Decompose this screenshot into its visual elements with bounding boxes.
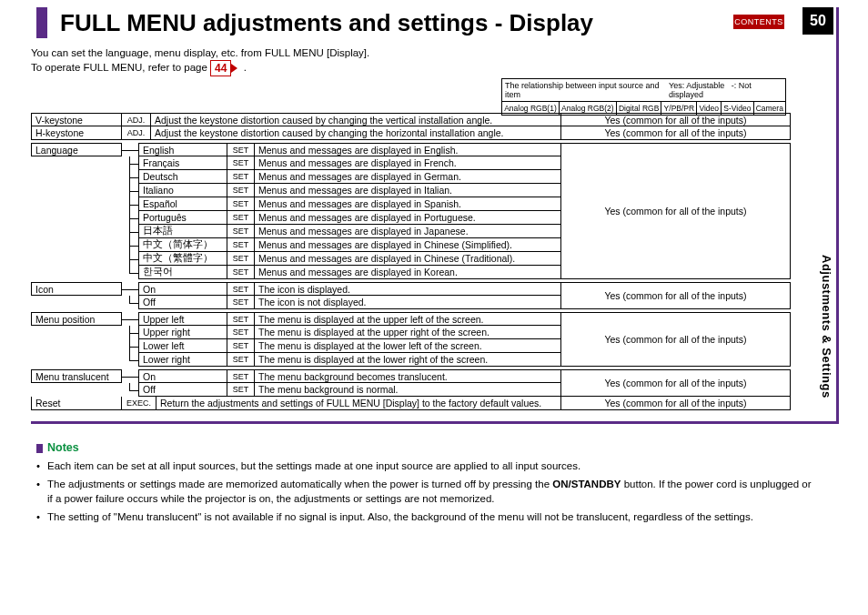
item-name: Icon bbox=[31, 282, 122, 296]
option-row: Menu positionUpper leftSETThe menu is di… bbox=[31, 312, 561, 326]
option-desc: Menus and messages are displayed in Fren… bbox=[255, 156, 561, 170]
option-desc: The menu is displayed at the lower right… bbox=[255, 353, 561, 367]
option-desc: Menus and messages are displayed in Engl… bbox=[255, 143, 561, 156]
option-desc: Menus and messages are displayed in Ital… bbox=[255, 184, 561, 197]
tree-connector bbox=[122, 282, 138, 296]
item-name: Menu position bbox=[31, 312, 122, 326]
option-desc: Menus and messages are displayed in Kore… bbox=[255, 266, 561, 279]
option-tag: SET bbox=[227, 170, 255, 184]
option-row: Menu translucentOnSETThe menu background… bbox=[31, 369, 561, 383]
row-v-keystone: V-keystone ADJ. Adjust the keystone dist… bbox=[31, 113, 791, 126]
option-tag: SET bbox=[227, 326, 255, 339]
option-desc: The menu is displayed at the upper right… bbox=[255, 326, 561, 339]
option-row: 日本語SETMenus and messages are displayed i… bbox=[31, 225, 561, 238]
row-language: LanguageEnglishSETMenus and messages are… bbox=[31, 143, 791, 279]
option-row: 한국어SETMenus and messages are displayed i… bbox=[31, 266, 561, 279]
option-tag: SET bbox=[227, 252, 255, 266]
option-desc: The menu background is normal. bbox=[255, 383, 561, 397]
item-tag: ADJ. bbox=[122, 126, 151, 140]
option-row: LanguageEnglishSETMenus and messages are… bbox=[31, 143, 561, 156]
option-label: 한국어 bbox=[138, 266, 227, 279]
option-desc: Menus and messages are displayed in Germ… bbox=[255, 170, 561, 184]
option-tag: SET bbox=[227, 296, 255, 309]
option-label: Upper left bbox=[138, 312, 227, 326]
option-label: 中文（简体字） bbox=[138, 238, 227, 252]
intro-line-1: You can set the language, menu display, … bbox=[31, 45, 369, 60]
notes-section: Notes • Each item can be set at all inpu… bbox=[36, 440, 813, 528]
option-desc: Menus and messages are displayed in Chin… bbox=[255, 252, 561, 266]
item-name: Language bbox=[31, 143, 122, 156]
item-inputs: Yes (common for all of the inputs) bbox=[561, 143, 791, 279]
option-tag: SET bbox=[227, 266, 255, 279]
page-header: FULL MENU adjustments and settings - Dis… bbox=[36, 7, 786, 38]
option-tag: SET bbox=[227, 353, 255, 367]
note-item: • Each item can be set at all input sour… bbox=[36, 459, 813, 473]
note-item: • The setting of "Menu translucent" is n… bbox=[36, 509, 813, 524]
tree-connector bbox=[122, 252, 138, 266]
option-tag: SET bbox=[227, 211, 255, 225]
option-tag: SET bbox=[227, 383, 255, 397]
tree-connector bbox=[122, 225, 138, 238]
tree-connector bbox=[122, 339, 138, 353]
option-label: Off bbox=[138, 383, 227, 397]
option-row: 中文（繁體字）SETMenus and messages are display… bbox=[31, 252, 561, 266]
option-row: ItalianoSETMenus and messages are displa… bbox=[31, 184, 561, 197]
item-name: Menu translucent bbox=[31, 369, 122, 383]
option-tag: SET bbox=[227, 156, 255, 170]
page-rule-bottom bbox=[31, 421, 839, 424]
option-label: Français bbox=[138, 156, 227, 170]
option-row: PortuguêsSETMenus and messages are displ… bbox=[31, 211, 561, 225]
legend-caption: The relationship between input source an… bbox=[505, 81, 669, 99]
input-source-legend: The relationship between input source an… bbox=[501, 78, 786, 116]
tree-connector bbox=[122, 383, 138, 397]
tree-connector bbox=[122, 197, 138, 211]
option-desc: Menus and messages are displayed in Japa… bbox=[255, 225, 561, 238]
tree-connector bbox=[122, 184, 138, 197]
option-desc: The menu is displayed at the lower left … bbox=[255, 339, 561, 353]
option-desc: The icon is displayed. bbox=[255, 282, 561, 296]
item-inputs: Yes (common for all of the inputs) bbox=[561, 397, 791, 410]
option-label: On bbox=[138, 282, 227, 296]
item-name: H-keystone bbox=[31, 126, 122, 140]
option-desc: Menus and messages are displayed in Span… bbox=[255, 197, 561, 211]
item-tag: EXEC. bbox=[122, 397, 156, 410]
option-label: Español bbox=[138, 197, 227, 211]
option-tag: SET bbox=[227, 282, 255, 296]
row-menu-position: Menu positionUpper leftSETThe menu is di… bbox=[31, 312, 791, 367]
option-tag: SET bbox=[227, 339, 255, 353]
page-rule-right bbox=[836, 7, 839, 424]
option-row: Upper rightSETThe menu is displayed at t… bbox=[31, 326, 561, 339]
title-accent-bar bbox=[36, 7, 47, 38]
option-desc: The icon is not displayed. bbox=[255, 296, 561, 309]
row-reset: Reset EXEC. Return the adjustments and s… bbox=[31, 397, 791, 410]
row-icon: IconOnSETThe icon is displayed.OffSETThe… bbox=[31, 282, 791, 309]
item-name: V-keystone bbox=[31, 113, 122, 126]
option-row: FrançaisSETMenus and messages are displa… bbox=[31, 156, 561, 170]
option-label: Deutsch bbox=[138, 170, 227, 184]
item-desc: Adjust the keystone distortion caused by… bbox=[151, 126, 561, 140]
option-tag: SET bbox=[227, 312, 255, 326]
option-row: IconOnSETThe icon is displayed. bbox=[31, 282, 561, 296]
page-ref-link[interactable]: 44 bbox=[210, 60, 231, 76]
option-label: Italiano bbox=[138, 184, 227, 197]
tree-connector bbox=[122, 156, 138, 170]
option-desc: The menu is displayed at the upper left … bbox=[255, 312, 561, 326]
option-row: Lower rightSETThe menu is displayed at t… bbox=[31, 353, 561, 367]
option-label: Upper right bbox=[138, 326, 227, 339]
item-inputs: Yes (common for all of the inputs) bbox=[561, 282, 791, 309]
option-tag: SET bbox=[227, 197, 255, 211]
option-row: OffSETThe icon is not displayed. bbox=[31, 296, 561, 309]
page-title: FULL MENU adjustments and settings - Dis… bbox=[60, 9, 593, 37]
option-desc: The menu background becomes translucent. bbox=[255, 369, 561, 383]
option-tag: SET bbox=[227, 143, 255, 156]
option-label: English bbox=[138, 143, 227, 156]
contents-button[interactable]: CONTENTS bbox=[733, 15, 784, 29]
option-label: Lower left bbox=[138, 339, 227, 353]
option-row: 中文（简体字）SETMenus and messages are display… bbox=[31, 238, 561, 252]
option-desc: Menus and messages are displayed in Port… bbox=[255, 211, 561, 225]
item-name: Reset bbox=[31, 397, 122, 410]
item-desc: Return the adjustments and settings of F… bbox=[156, 397, 561, 410]
item-inputs: Yes (common for all of the inputs) bbox=[561, 126, 791, 140]
note-item: • The adjustments or settings made are m… bbox=[36, 477, 813, 506]
settings-table: V-keystone ADJ. Adjust the keystone dist… bbox=[31, 113, 791, 410]
